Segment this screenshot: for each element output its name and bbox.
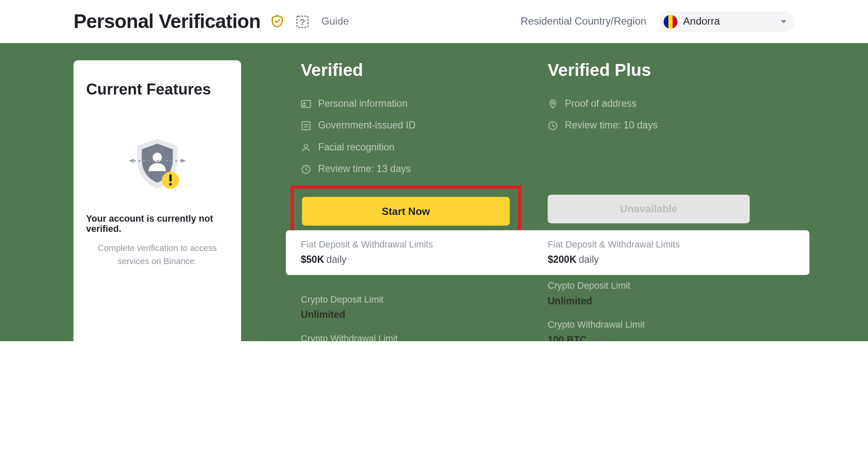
chevron-down-icon: [781, 20, 787, 23]
svg-point-19: [552, 102, 554, 104]
card-title: Current Features: [86, 81, 211, 99]
start-now-highlight: Start Now: [290, 186, 521, 237]
tier-verified: Verified Personal information Government…: [301, 60, 548, 341]
top-bar: Personal Verification ? Guide Residentia…: [0, 0, 868, 43]
req-item: Government-issued ID: [301, 120, 548, 131]
face-icon: [301, 142, 311, 153]
limits-label: Fiat Deposit & Withdrawal Limits: [548, 239, 794, 250]
req-item: Review time: 10 days: [548, 120, 794, 131]
tier-title: Verified Plus: [548, 60, 794, 80]
document-icon: [301, 120, 311, 131]
svg-text:?: ?: [300, 17, 305, 26]
flag-icon: [664, 15, 678, 29]
current-features-card: Current Features Your account is current…: [73, 60, 241, 341]
pin-icon: [548, 99, 558, 109]
start-now-button[interactable]: Start Now: [302, 197, 509, 226]
id-card-icon: [301, 99, 311, 109]
help-icon[interactable]: ?: [294, 13, 311, 30]
fiat-limits-band: Fiat Deposit & Withdrawal Limits $50Kdai…: [286, 230, 810, 275]
content-area: Current Features Your account is current…: [0, 43, 868, 341]
svg-rect-13: [303, 105, 306, 106]
svg-rect-11: [301, 100, 311, 107]
limit-row: Crypto Deposit Limit Unlimited: [301, 295, 548, 321]
svg-marker-5: [181, 159, 186, 163]
tier-title: Verified: [301, 60, 548, 80]
clock-icon: [548, 120, 558, 131]
svg-marker-4: [129, 159, 134, 163]
req-item: Personal information: [301, 98, 548, 110]
unavailable-button: Unavailable: [548, 195, 750, 223]
tier-verified-plus: Verified Plus Proof of address Review ti…: [548, 60, 794, 341]
shield-icon: [269, 13, 286, 30]
svg-rect-7: [170, 175, 172, 181]
req-item: Review time: 13 days: [301, 164, 548, 175]
clock-icon: [301, 164, 311, 174]
country-name: Andorra: [683, 16, 720, 28]
account-hint: Complete verification to access services…: [86, 241, 228, 268]
svg-point-17: [304, 144, 308, 148]
page-title: Personal Verification: [73, 10, 260, 33]
svg-point-12: [303, 102, 305, 104]
guide-link[interactable]: Guide: [321, 16, 349, 28]
account-status: Your account is currently not verified.: [86, 214, 228, 234]
limits-label: Fiat Deposit & Withdrawal Limits: [301, 239, 548, 250]
req-item: Facial recognition: [301, 142, 548, 153]
req-item: Proof of address: [548, 98, 794, 110]
svg-rect-8: [170, 183, 172, 185]
limit-row: Crypto Withdrawal Limit 100 BTCdaily: [301, 334, 548, 341]
tiers: Verified Personal information Government…: [301, 60, 795, 341]
country-label: Residential Country/Region: [520, 16, 646, 28]
limit-row: Crypto Deposit Limit Unlimited: [548, 281, 794, 307]
unverified-badge-icon: [126, 136, 189, 199]
limit-row: Crypto Withdrawal Limit 100 BTCdaily: [548, 320, 794, 341]
country-selector[interactable]: Andorra: [659, 11, 795, 32]
svg-rect-14: [302, 122, 310, 130]
